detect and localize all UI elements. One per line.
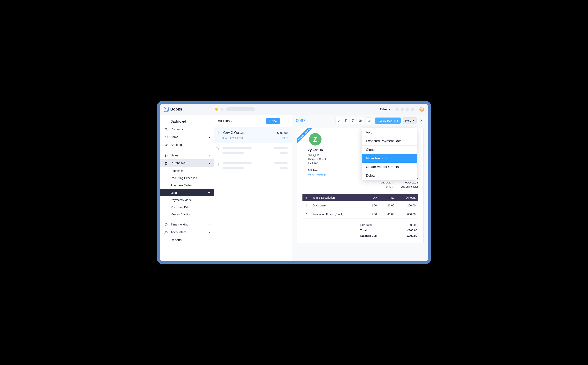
- subnav-label: Payments Made: [171, 198, 192, 202]
- contacts-icon: [164, 127, 168, 131]
- plus-icon: +: [269, 119, 270, 123]
- attach-button[interactable]: [366, 117, 373, 124]
- nav-purchases[interactable]: Purchases ▾: [160, 159, 214, 167]
- nav-timetracking[interactable]: Timetracking ▸: [160, 221, 214, 228]
- pdf-button[interactable]: [343, 117, 350, 124]
- header-dot[interactable]: [406, 108, 409, 111]
- header-dot[interactable]: [401, 108, 404, 111]
- subnav-recurring-expenses[interactable]: Recurring Expenses: [160, 174, 214, 182]
- row-id: 0042: [222, 137, 228, 140]
- bill-row-skeleton: [214, 143, 292, 159]
- line-items-table: # Item & Description Qty Rate Amount 1 O…: [303, 194, 418, 219]
- svg-point-0: [166, 128, 167, 129]
- dd-expected-payment[interactable]: Expected Payment Date: [362, 137, 417, 145]
- email-button[interactable]: [357, 117, 364, 124]
- list-filter[interactable]: All Bills: [218, 119, 232, 123]
- subnav-expenses[interactable]: Expenses: [160, 167, 214, 174]
- nav-label: Banking: [171, 143, 182, 147]
- subnav-vendor-credits[interactable]: Vendor Credits: [160, 211, 214, 218]
- chevron-right-icon: ▸: [209, 224, 210, 226]
- more-button[interactable]: More: [403, 117, 417, 124]
- row-vendor-name: Mary D Walton: [222, 131, 244, 135]
- banking-icon: [164, 143, 168, 147]
- dd-delete[interactable]: Delete: [362, 171, 417, 180]
- nav-label: Accountant: [171, 231, 186, 234]
- totals-block: Sub Total800.00 Total£800.00 Balance Due…: [360, 222, 418, 239]
- nav-label: Purchases: [171, 161, 186, 165]
- list-menu-button[interactable]: [282, 118, 289, 124]
- nav-label: Dashboard: [171, 120, 186, 123]
- caret-down-icon: [389, 109, 390, 110]
- subnav-label: Bills: [171, 191, 177, 194]
- nav-items[interactable]: Items ▸: [160, 133, 214, 141]
- record-payment-button[interactable]: Record Payment: [375, 118, 401, 124]
- nav-label: Timetracking: [171, 223, 188, 226]
- vendor-name: Zylker UK: [308, 148, 323, 152]
- col-num: #: [303, 194, 310, 201]
- bill-row[interactable]: Mary D Walton £800.00 0042 08/20/2018 OP…: [214, 127, 292, 143]
- items-icon: [164, 135, 168, 139]
- header-dots: [396, 108, 414, 111]
- subnav-label: Recurring Bills: [171, 205, 190, 209]
- subnav-recurring-bills[interactable]: Recurring Bills: [160, 204, 214, 211]
- sidebar: ◷ Dashboard Contacts Items ▸ Ba: [160, 115, 214, 261]
- nav-dashboard[interactable]: ◷ Dashboard: [160, 118, 214, 126]
- window-dot-gray: [221, 108, 223, 111]
- dd-vendor-credits[interactable]: Create Vendor Credits: [362, 163, 417, 171]
- new-bill-button[interactable]: + New: [266, 118, 280, 124]
- bill-from-link[interactable]: Mary D Watson: [308, 173, 327, 176]
- more-dropdown: Void Expected Payment Date Clone Make Re…: [362, 128, 417, 180]
- header-dot[interactable]: [411, 108, 414, 111]
- dd-void[interactable]: Void: [362, 128, 417, 137]
- purchases-icon: [164, 161, 168, 165]
- row-checkbox[interactable]: [216, 147, 219, 150]
- nav-reports[interactable]: Reports: [160, 236, 214, 244]
- nav-sales[interactable]: Sales ▸: [160, 152, 214, 159]
- close-button[interactable]: ✕: [419, 118, 424, 124]
- clock-icon: [164, 223, 168, 226]
- svg-point-2: [167, 156, 167, 157]
- line-item-row: 2 Rosewood Frame (Small) 1.00 40.00 600.…: [303, 210, 418, 218]
- app-logo[interactable]: Books: [164, 107, 212, 112]
- bill-row-skeleton: [214, 159, 292, 174]
- new-label: New: [271, 119, 277, 123]
- subnav-label: Vendor Credits: [171, 213, 190, 216]
- dd-make-recurring[interactable]: Make Recurring: [362, 154, 417, 163]
- chevron-right-icon: ▸: [209, 154, 210, 157]
- user-avatar[interactable]: [419, 107, 424, 112]
- subnav-bills[interactable]: Bills+: [160, 189, 214, 196]
- chevron-down-icon: ▾: [209, 162, 210, 164]
- window-dot-yellow: [215, 108, 218, 111]
- org-switcher[interactable]: Zylker: [380, 108, 390, 111]
- col-qty: Qty: [364, 194, 379, 201]
- row-checkbox[interactable]: [216, 131, 219, 134]
- dashboard-icon: ◷: [164, 120, 168, 124]
- nav-banking[interactable]: Banking: [160, 141, 214, 149]
- plus-icon[interactable]: +: [208, 191, 210, 194]
- row-checkbox[interactable]: [216, 163, 219, 166]
- plus-icon[interactable]: +: [208, 183, 210, 187]
- svg-point-1: [165, 156, 166, 157]
- edit-button[interactable]: [336, 117, 343, 124]
- bill-number: 0067: [296, 118, 305, 123]
- row-amount: £800.00: [277, 131, 287, 134]
- row-date: 08/20/2018: [230, 137, 243, 140]
- print-button[interactable]: [350, 117, 357, 124]
- nav-contacts[interactable]: Contacts: [160, 126, 214, 133]
- action-icon-group: [336, 117, 364, 124]
- subnav-purchase-orders[interactable]: Purchase Orders+: [160, 182, 214, 189]
- subnav-label: Expenses: [171, 169, 184, 172]
- nav-label: Reports: [171, 238, 182, 242]
- subnav-label: Recurring Expenses: [171, 176, 197, 180]
- bill-from-label: Bill From: [308, 169, 327, 172]
- header-dot[interactable]: [396, 108, 399, 111]
- pending-approval-ribbon: Pending Approval: [297, 128, 315, 146]
- subnav-payments-made[interactable]: Payments Made: [160, 196, 214, 204]
- logo-icon: [164, 107, 169, 112]
- org-name: Zylker: [380, 108, 388, 111]
- nav-label: Items: [171, 135, 178, 139]
- col-rate: Rate: [379, 194, 397, 201]
- list-title-text: All Bills: [218, 119, 230, 123]
- dd-clone[interactable]: Clone: [362, 146, 417, 154]
- nav-accountant[interactable]: Accountant ▸: [160, 228, 214, 236]
